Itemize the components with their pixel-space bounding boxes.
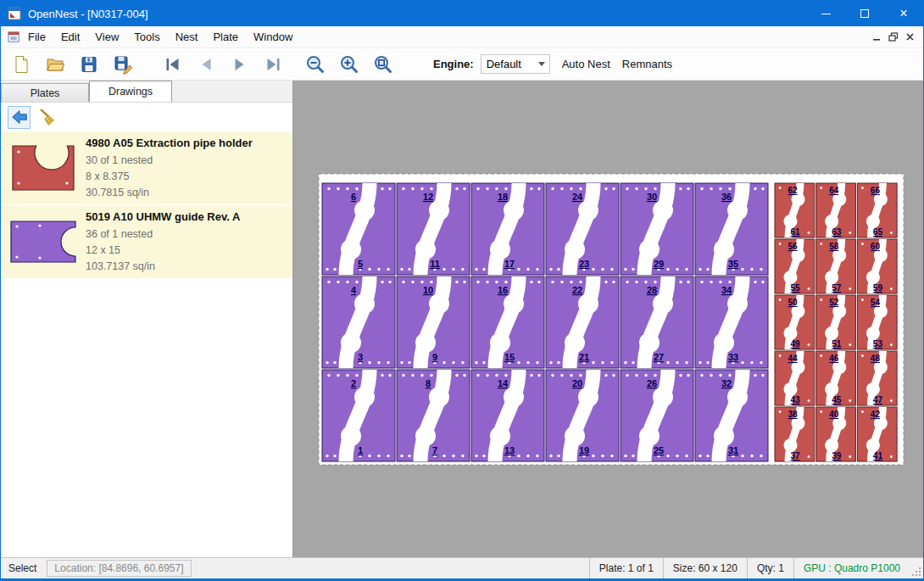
menu-tools[interactable]: Tools (126, 27, 167, 47)
menu-edit[interactable]: Edit (53, 27, 87, 47)
first-plate-button[interactable] (159, 51, 186, 78)
mdi-minimize-button[interactable] (872, 33, 882, 42)
nested-part-pair[interactable]: 43 (322, 277, 395, 368)
part-number: 5 (358, 259, 363, 269)
nested-part-pair[interactable]: 6665 (857, 183, 897, 237)
nested-part-pair[interactable]: 4039 (816, 407, 856, 461)
auto-nest-button[interactable]: Auto Nest (562, 58, 610, 70)
nested-part-pair[interactable]: 21 (322, 370, 395, 461)
nested-part-pair[interactable]: 3837 (775, 407, 815, 461)
nested-part-pair[interactable]: 3635 (695, 183, 768, 275)
nested-part-pair[interactable]: 2423 (546, 183, 619, 275)
new-nest-button[interactable] (8, 51, 35, 78)
nested-part-pair[interactable]: 4847 (857, 351, 897, 405)
nested-part-pair[interactable]: 3433 (695, 277, 768, 368)
zoom-in-icon (338, 53, 359, 75)
nested-part-pair[interactable]: 5655 (775, 239, 815, 293)
drawings-panel: Plates Drawings (1, 81, 293, 557)
part-number: 24 (572, 192, 583, 202)
nested-part-pair[interactable]: 2221 (546, 277, 619, 368)
nested-part-pair[interactable]: 1615 (471, 277, 544, 368)
nested-part-pair[interactable]: 1413 (471, 370, 544, 461)
maximize-button[interactable] (845, 1, 884, 26)
nested-part-pair[interactable]: 4241 (857, 407, 897, 461)
menu-file[interactable]: File (20, 27, 53, 47)
clear-drawings-button[interactable] (36, 106, 58, 129)
part-number: 51 (832, 339, 842, 349)
open-button[interactable] (42, 51, 69, 78)
nested-part-pair[interactable]: 1211 (397, 183, 470, 275)
zoom-out-button[interactable] (301, 51, 328, 78)
window-title: OpenNest - [N0317-004] (28, 8, 148, 20)
tab-drawings[interactable]: Drawings (89, 81, 172, 102)
drawing-list-item[interactable]: 5019 A10 UHMW guide Rev. A 36 of 1 neste… (1, 205, 292, 278)
part-number: 11 (430, 259, 440, 269)
nested-part-pair[interactable]: 2019 (546, 370, 619, 461)
nested-part-pair[interactable]: 6463 (816, 183, 856, 237)
zoom-in-button[interactable] (335, 51, 362, 78)
drawing-area: 30.7815 sq/in (86, 185, 253, 201)
blue-arrow-left-icon (9, 107, 30, 127)
zoom-fit-button[interactable] (369, 51, 396, 78)
part-number: 66 (871, 186, 881, 195)
save-button[interactable] (75, 51, 103, 78)
part-number: 17 (504, 259, 515, 269)
previous-icon (197, 55, 215, 74)
nested-part-pair[interactable]: 4443 (775, 351, 815, 405)
part-number: 48 (871, 354, 881, 363)
menu-nest[interactable]: Nest (168, 27, 206, 47)
part-number: 16 (498, 285, 508, 295)
nested-part-pair[interactable]: 4645 (816, 351, 856, 405)
part-number: 44 (788, 354, 798, 363)
drawing-list-item[interactable]: 4980 A05 Extraction pipe holder 30 of 1 … (1, 131, 292, 204)
nesting-canvas[interactable]: 6512111817242330293635431091615222128273… (293, 81, 923, 557)
menu-window[interactable]: Window (246, 27, 300, 47)
nested-part-pair[interactable]: 5857 (816, 239, 856, 293)
nested-part-pair[interactable]: 6059 (857, 239, 897, 293)
menu-plate[interactable]: Plate (205, 27, 246, 47)
nested-part-pair[interactable]: 65 (322, 183, 395, 275)
part-number: 61 (790, 227, 800, 237)
mdi-restore-button[interactable] (888, 32, 899, 42)
nested-part-pair[interactable]: 3029 (621, 183, 693, 275)
nested-part-pair[interactable]: 109 (397, 277, 470, 368)
menu-view[interactable]: View (87, 27, 126, 47)
save-icon (79, 54, 99, 75)
part-number: 39 (832, 451, 842, 461)
nested-part-pair[interactable]: 6261 (775, 183, 815, 237)
broom-icon (37, 107, 58, 127)
nested-part-pair[interactable]: 1817 (471, 183, 544, 275)
nested-part-pair[interactable]: 2625 (621, 370, 693, 461)
engine-select[interactable]: Default (481, 54, 550, 74)
next-plate-button[interactable] (226, 51, 253, 78)
close-button[interactable]: × (884, 1, 923, 26)
import-drawing-button[interactable] (8, 106, 31, 129)
remnants-button[interactable]: Remnants (622, 58, 672, 70)
part-number: 32 (721, 378, 732, 388)
drawing-nested-count: 36 of 1 nested (86, 226, 240, 243)
open-folder-icon (45, 54, 65, 75)
minimize-button[interactable] (806, 1, 845, 26)
tab-plates[interactable]: Plates (1, 83, 89, 102)
part-number: 52 (829, 298, 839, 307)
part-thumbnail-purple (1, 205, 86, 278)
nested-part-pair[interactable]: 5049 (775, 295, 815, 349)
save-as-button[interactable] (109, 51, 136, 78)
plate-view[interactable]: 6512111817242330293635431091615222128273… (293, 81, 923, 557)
nested-part-pair[interactable]: 5251 (816, 295, 856, 349)
resize-grip[interactable] (910, 558, 923, 578)
nested-part-pair[interactable]: 87 (397, 370, 470, 461)
nested-part-pair[interactable]: 5453 (857, 295, 897, 349)
nested-part-pair[interactable]: 2827 (621, 277, 693, 368)
titlebar[interactable]: OpenNest - [N0317-004] × (1, 1, 923, 26)
previous-plate-button[interactable] (192, 51, 220, 78)
part-number: 47 (873, 395, 883, 405)
part-number: 64 (829, 186, 839, 195)
part-number: 12 (423, 192, 433, 202)
nested-part-pair[interactable]: 3231 (695, 370, 768, 461)
mdi-close-button[interactable] (905, 32, 915, 42)
last-plate-button[interactable] (260, 51, 287, 78)
panel-toolbar (1, 103, 292, 131)
status-bar: Select Location: [84.8696, 60.6957] Plat… (1, 557, 923, 580)
status-location: Location: [84.8696, 60.6957] (47, 560, 191, 577)
